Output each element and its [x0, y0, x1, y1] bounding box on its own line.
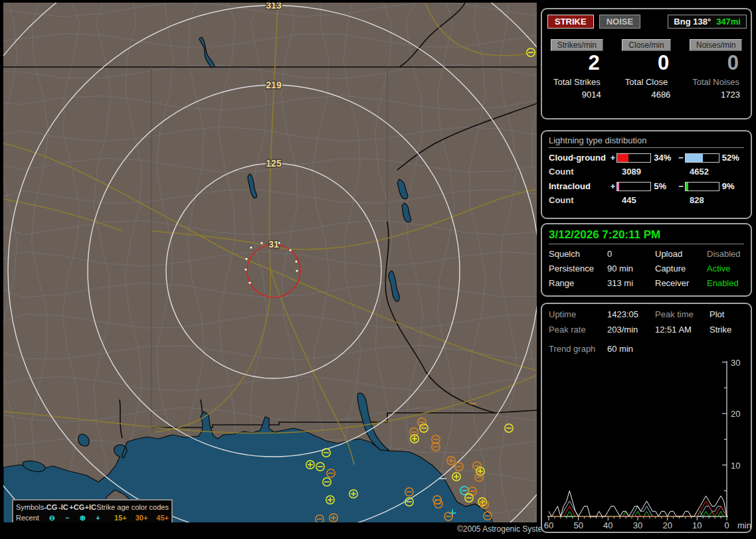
stats-col4: Plot	[709, 309, 745, 319]
ring-label-219: 219	[266, 80, 282, 90]
strike-mode-button[interactable]: STRIKE	[547, 15, 594, 29]
legend-glyph-0: ⊖	[45, 514, 60, 522]
trend-x-tick: 60	[544, 520, 553, 530]
legend-age-header: Strike age color codes	[96, 503, 169, 511]
trend-graph-row: Trend graph 60 min	[549, 344, 745, 354]
legend-glyph-3: +	[90, 514, 106, 522]
ring-label-313: 313	[266, 3, 282, 11]
status-label-1: Range	[549, 278, 607, 288]
stats-label: Peak rate	[549, 325, 607, 335]
minus-bar	[685, 153, 719, 163]
status-value-1: 0	[607, 249, 655, 259]
legend-col-cg-minus: -CG	[44, 503, 57, 511]
stats-value: 203/min	[607, 325, 655, 335]
counter-total-value: 4686	[616, 90, 678, 100]
distribution-label: Cloud-ground	[549, 153, 609, 163]
trend-graph-value: 60 min	[607, 344, 655, 354]
legend-age-15+: 15+	[106, 514, 127, 522]
distribution-row: Intracloud + 5% − 9%	[549, 181, 745, 191]
legend-rows: Recent⊖−⊕+15+30+45+Old⊖−⊕+60+75+90+	[16, 512, 169, 522]
status-value-2: Disabled	[707, 249, 745, 259]
counters-panel: STRIKE NOISE Bng 138°347mi Strikes/min 2…	[541, 8, 752, 119]
status-rows: Squelch 0 Upload DisabledPersistence 90 …	[542, 249, 751, 288]
minus-percent: 52%	[722, 153, 745, 163]
trend-x-tick: 0	[724, 520, 729, 530]
counter-total-value: 1723	[685, 90, 747, 100]
trend-x-tick: 30	[633, 520, 642, 530]
distribution-panel: Lightning type distribution Cloud-ground…	[541, 130, 752, 219]
status-row-squelch: Squelch 0 Upload Disabled	[549, 249, 745, 259]
counter-col-strikes-min: Strikes/min 2 Total Strikes 9014	[542, 39, 612, 100]
minus-sign: −	[677, 153, 684, 163]
bearing-value: Bng 138°	[674, 17, 711, 27]
legend-age-45+: 45+	[147, 514, 169, 522]
mode-button-row: STRIKE NOISE Bng 138°347mi	[547, 15, 747, 29]
legend-symbols-header: Symbols	[16, 503, 44, 511]
distribution-label: Intracloud	[549, 181, 609, 191]
trend-y-tick: 10	[731, 461, 740, 471]
plus-percent: 5%	[654, 181, 677, 191]
minus-count: 828	[690, 195, 704, 205]
status-value-1: 90 min	[607, 264, 655, 273]
minus-sign: −	[677, 181, 684, 191]
legend-glyph-1: −	[60, 514, 75, 522]
map-canvas: 31125219313	[3, 3, 537, 522]
plus-count: 445	[622, 195, 690, 205]
legend-age-30+: 30+	[127, 514, 148, 522]
counter-total-label: Total Close	[616, 77, 678, 87]
ring-label-31: 31	[268, 239, 279, 250]
trend-panel: Uptime 1423:05 Peak time PlotPeak rate 2…	[541, 303, 752, 533]
noise-mode-button[interactable]: NOISE	[599, 15, 640, 29]
legend-col-ic-plus: +IC	[84, 503, 96, 511]
count-label: Count	[549, 167, 622, 177]
counter-total-label: Total Strikes	[546, 77, 608, 87]
counter-col-noises-min: Noises/min 0 Total Noises 1723	[681, 39, 751, 100]
count-row: Count 3089 4652	[549, 167, 745, 177]
counter-header: Noises/min	[690, 39, 742, 51]
stats-col4: Strike	[709, 325, 745, 335]
minus-count: 4652	[690, 167, 709, 177]
trend-y-tick: 20	[731, 409, 740, 419]
minus-percent: 9%	[722, 181, 745, 191]
bearing-range-value: 347mi	[716, 17, 741, 27]
legend-row-recent: Recent⊖−⊕+15+30+45+	[16, 512, 169, 522]
legend-glyph-2: ⊕	[75, 514, 90, 522]
trend-series-cg_plus	[549, 501, 727, 516]
datetime-display: 3/12/2026 7:20:11 PM	[549, 228, 744, 244]
counter-header: Close/min	[622, 39, 670, 51]
legend-row-name: Recent	[16, 514, 45, 522]
app-window: 31125219313 Symbols -CG -IC +CG +IC Stri…	[0, 0, 756, 539]
status-value-1: 313 mi	[607, 278, 655, 288]
trend-x-tick: 50	[573, 520, 583, 530]
stats-row-0: Uptime 1423:05 Peak time Plot	[549, 309, 745, 319]
trend-x-tick: 20	[662, 520, 672, 530]
counter-value: 0	[685, 51, 747, 75]
distribution-row: Cloud-ground + 34% − 52%	[549, 153, 745, 163]
lightning-map[interactable]: 31125219313 Symbols -CG -IC +CG +IC Stri…	[3, 3, 537, 522]
legend-col-cg-plus: +CG	[69, 503, 84, 511]
status-label-1: Squelch	[549, 249, 607, 259]
plus-count: 3089	[622, 167, 690, 177]
plus-sign: +	[609, 181, 616, 191]
status-label-2: Capture	[655, 264, 707, 273]
legend-header-row: Symbols -CG -IC +CG +IC Strike age color…	[16, 502, 169, 512]
trend-series-ic	[549, 511, 727, 516]
trend-graph: 1020306050403020100min	[543, 356, 751, 531]
distribution-rows: Cloud-ground + 34% − 52% Count 3089 4652…	[542, 153, 751, 205]
trend-graph-label: Trend graph	[549, 344, 607, 354]
ring-label-125: 125	[266, 158, 282, 169]
plus-bar	[616, 182, 651, 191]
map-legend: Symbols -CG -IC +CG +IC Strike age color…	[12, 499, 173, 522]
plus-bar	[616, 153, 651, 163]
status-panel: 3/12/2026 7:20:11 PM Squelch 0 Upload Di…	[541, 223, 752, 297]
stats-col3: Peak time	[655, 309, 709, 319]
counter-header: Strikes/min	[551, 39, 603, 51]
stats-col3: 12:51 AM	[655, 325, 709, 335]
plus-percent: 34%	[654, 153, 677, 163]
status-value-2: Active	[707, 264, 745, 273]
trend-y-tick: 30	[731, 358, 740, 368]
distribution-group-cloud-ground: Cloud-ground + 34% − 52% Count 3089 4652	[542, 153, 751, 177]
counter-col-close-min: Close/min 0 Total Close 4686	[612, 39, 682, 100]
trend-x-tick: 40	[603, 520, 613, 530]
status-row-persistence: Persistence 90 min Capture Active	[549, 264, 745, 273]
